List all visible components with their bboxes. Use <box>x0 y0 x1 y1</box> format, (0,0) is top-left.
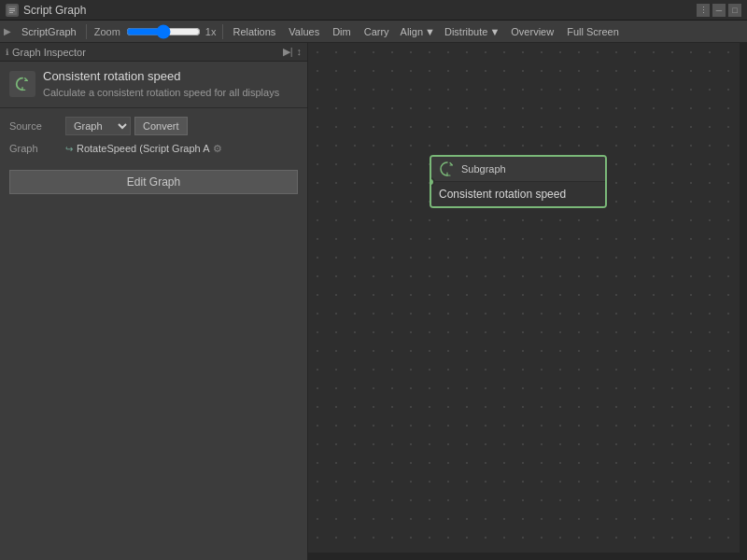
node-text: Consistent rotation speed Calculate a co… <box>43 69 279 100</box>
overview-button[interactable]: Overview <box>505 24 559 39</box>
panel-expand-btn[interactable]: ▶| <box>283 46 293 58</box>
main-layout: ℹ Graph Inspector ▶| ↕ Consistent rotati… <box>0 43 747 560</box>
toolbar-separator-2 <box>222 24 223 39</box>
graph-canvas[interactable]: Subgraph Consistent rotation speed <box>308 43 747 560</box>
subgraph-type-label: Subgraph <box>461 163 506 175</box>
svg-rect-3 <box>9 12 13 13</box>
window-title: Script Graph <box>23 4 697 17</box>
carry-button[interactable]: Carry <box>359 24 395 39</box>
dim-button[interactable]: Dim <box>327 24 357 39</box>
subgraph-node[interactable]: Subgraph Consistent rotation speed <box>430 155 607 208</box>
right-panel[interactable]: Subgraph Consistent rotation speed <box>308 43 747 560</box>
node-info-section: Consistent rotation speed Calculate a co… <box>0 62 307 108</box>
graph-row: Graph ↪ RotateSpeed (Script Graph A ⚙ <box>0 138 307 159</box>
breadcrumb-scriptgraph[interactable]: ScriptGraph <box>16 24 82 39</box>
more-button[interactable]: ⋮ <box>697 4 710 17</box>
distribute-label: Distribute <box>444 26 487 37</box>
svg-rect-2 <box>9 10 15 11</box>
vertical-scrollbar[interactable] <box>740 43 747 553</box>
zoom-label: Zoom <box>91 26 124 37</box>
horizontal-scrollbar[interactable] <box>308 553 747 560</box>
distribute-dropdown[interactable]: Distribute ▼ <box>441 24 503 39</box>
panel-header: ℹ Graph Inspector ▶| ↕ <box>0 43 307 62</box>
minimize-button[interactable]: ─ <box>712 4 726 17</box>
graph-settings-icon[interactable]: ⚙ <box>213 143 222 155</box>
relations-button[interactable]: Relations <box>227 24 281 39</box>
subgraph-header-icon <box>439 161 456 177</box>
edit-graph-button[interactable]: Edit Graph <box>9 170 298 194</box>
source-controls: Graph Convert <box>65 117 298 135</box>
node-icon <box>9 71 35 97</box>
node-title: Consistent rotation speed <box>43 69 279 83</box>
node-icon-row: Consistent rotation speed Calculate a co… <box>9 69 298 100</box>
source-dropdown[interactable]: Graph <box>65 117 131 135</box>
subgraph-indicator-icon: ↪ <box>65 144 73 154</box>
left-panel: ℹ Graph Inspector ▶| ↕ Consistent rotati… <box>0 43 308 560</box>
panel-controls[interactable]: ▶| ↕ <box>283 46 302 58</box>
maximize-button[interactable]: □ <box>728 4 741 17</box>
zoom-slider[interactable] <box>126 25 201 38</box>
zoom-level: 1x <box>203 26 219 37</box>
distribute-chevron: ▼ <box>489 26 500 37</box>
align-dropdown[interactable]: Align ▼ <box>397 24 439 39</box>
properties-section: Source Graph Convert Graph ↪ RotateSpeed… <box>0 108 307 164</box>
rotation-icon <box>14 76 31 92</box>
panel-title: Graph Inspector <box>12 47 86 58</box>
panel-collapse-btn[interactable]: ↕ <box>297 46 303 58</box>
svg-rect-1 <box>9 8 15 9</box>
subgraph-header: Subgraph <box>431 157 605 182</box>
toolbar-separator-1 <box>86 24 87 39</box>
align-label: Align <box>401 26 423 37</box>
breadcrumb-icon: ▶ <box>4 26 11 36</box>
title-bar: Script Graph ⋮ ─ □ <box>0 0 747 21</box>
align-chevron: ▼ <box>425 26 435 37</box>
values-button[interactable]: Values <box>283 24 325 39</box>
source-label: Source <box>9 120 65 132</box>
window-controls[interactable]: ⋮ ─ □ <box>697 4 741 17</box>
source-row: Source Graph Convert <box>0 114 307 138</box>
graph-label: Graph <box>9 143 65 154</box>
main-toolbar: ▶ ScriptGraph Zoom 1x Relations Values D… <box>0 21 747 43</box>
app-icon <box>6 4 19 17</box>
info-icon: ℹ <box>6 48 8 57</box>
graph-value-text: RotateSpeed (Script Graph A <box>77 143 209 154</box>
fullscreen-button[interactable]: Full Screen <box>561 24 625 39</box>
convert-button[interactable]: Convert <box>134 117 188 135</box>
node-description: Calculate a consistent rotation speed fo… <box>43 86 279 100</box>
subgraph-name-label: Consistent rotation speed <box>439 188 566 201</box>
subgraph-body: Consistent rotation speed <box>431 182 605 206</box>
graph-value: ↪ RotateSpeed (Script Graph A ⚙ <box>65 143 222 155</box>
